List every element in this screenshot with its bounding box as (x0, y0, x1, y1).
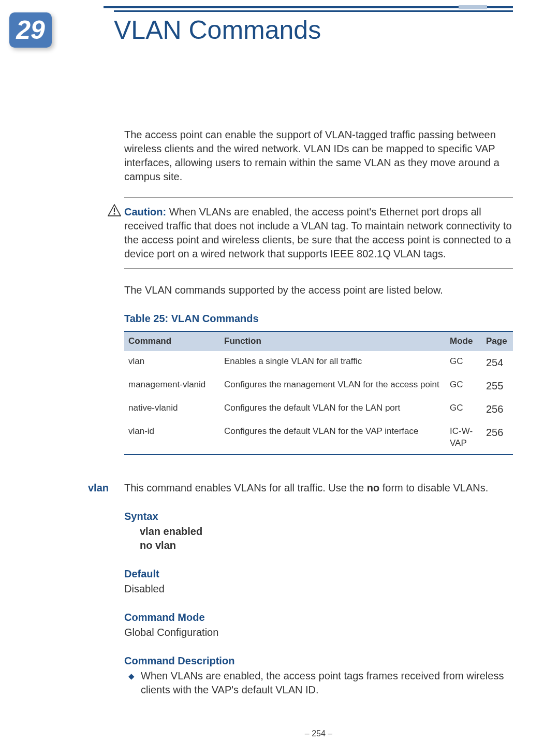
vlan-section-label: vlan (88, 481, 109, 495)
cell-mode: GC (446, 398, 482, 421)
caution-text: When VLANs are enabled, the access point… (124, 206, 512, 259)
cell-function: Enables a single VLAN for all traffic (220, 351, 446, 374)
bullet-text: When VLANs are enabled, the access point… (141, 669, 513, 697)
cell-command: vlan-id (124, 421, 220, 455)
th-function: Function (220, 331, 446, 351)
table-row: vlan Enables a single VLAN for all traff… (124, 351, 513, 374)
cell-command: vlan (124, 351, 220, 374)
cell-page-link[interactable]: 255 (482, 374, 513, 398)
caution-icon (108, 204, 121, 216)
th-page: Page (482, 331, 513, 351)
cell-function: Configures the management VLAN for the a… (220, 374, 446, 398)
command-mode-heading: Command Mode (124, 610, 513, 624)
syntax-line: vlan enabled (140, 525, 513, 539)
table-title: Table 25: VLAN Commands (124, 312, 513, 326)
th-command: Command (124, 331, 220, 351)
chapter-number: 29 (16, 15, 45, 45)
caution-block: Caution: When VLANs are enabled, the acc… (124, 197, 513, 269)
svg-point-2 (113, 213, 115, 215)
command-description-heading: Command Description (124, 654, 513, 668)
vlan-commands-table: Command Function Mode Page vlan Enables … (124, 331, 513, 455)
intro-paragraph: The access point can enable the support … (124, 128, 513, 184)
command-mode-value: Global Configuration (124, 626, 513, 639)
default-heading: Default (124, 567, 513, 581)
vlan-desc-post: form to disable VLANs. (379, 482, 488, 493)
cell-function: Configures the default VLAN for the VAP … (220, 421, 446, 455)
caution-label: Caution: (124, 206, 166, 217)
chapter-title: VLAN Commands (114, 10, 513, 45)
cell-mode: GC (446, 351, 482, 374)
list-item: ◆ When VLANs are enabled, the access poi… (128, 669, 513, 697)
cell-mode: GC (446, 374, 482, 398)
syntax-heading: Syntax (124, 510, 513, 524)
cell-page-link[interactable]: 254 (482, 351, 513, 374)
cell-page-link[interactable]: 256 (482, 421, 513, 455)
default-value: Disabled (124, 582, 513, 596)
cell-page-link[interactable]: 256 (482, 398, 513, 421)
table-row: native-vlanid Configures the default VLA… (124, 398, 513, 421)
vlan-desc: This command enables VLANs for all traff… (124, 481, 513, 495)
summary-line: The VLAN commands supported by the acces… (124, 283, 513, 297)
cell-mode: IC-W-VAP (446, 421, 482, 455)
diamond-bullet-icon: ◆ (128, 669, 141, 697)
chapter-number-badge: 29 (9, 12, 52, 48)
table-row: vlan-id Configures the default VLAN for … (124, 421, 513, 455)
cell-command: native-vlanid (124, 398, 220, 421)
vlan-no-bold: no (367, 482, 379, 493)
cell-command: management-vlanid (124, 374, 220, 398)
vlan-desc-pre: This command enables VLANs for all traff… (124, 482, 367, 493)
th-mode: Mode (446, 331, 482, 351)
cell-function: Configures the default VLAN for the LAN … (220, 398, 446, 421)
table-header-row: Command Function Mode Page (124, 331, 513, 351)
page-footer: – 254 – (124, 728, 513, 739)
table-row: management-vlanid Configures the managem… (124, 374, 513, 398)
syntax-line: no vlan (140, 539, 513, 553)
